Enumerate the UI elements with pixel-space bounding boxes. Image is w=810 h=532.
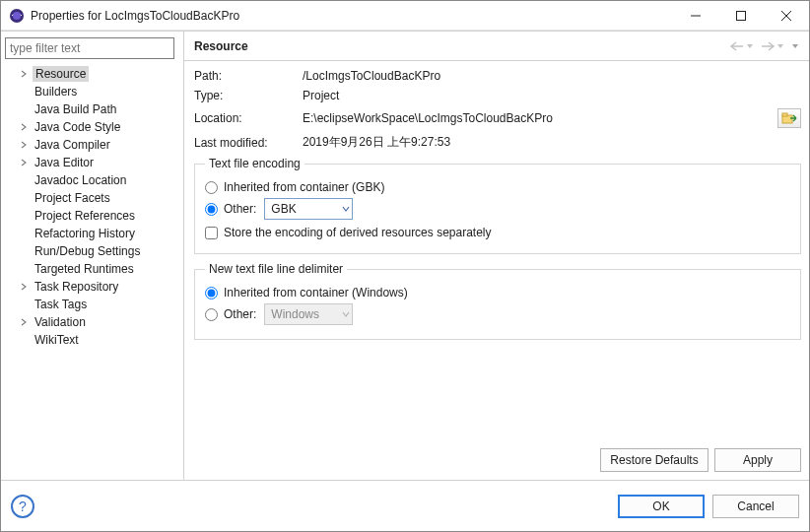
svg-point-1 — [13, 12, 21, 20]
delimiter-other-label: Other: — [224, 307, 256, 321]
tree-item-label: Task Tags — [33, 297, 89, 312]
tree-item[interactable]: Targeted Runtimes — [5, 260, 177, 278]
tree-item[interactable]: Javadoc Location — [5, 171, 177, 189]
location-value: E:\eclipseWorkSpace\LocImgsToCloudBacKPr… — [303, 111, 772, 125]
lastmod-label: Last modified: — [194, 136, 303, 150]
tree-item[interactable]: Java Code Style — [5, 118, 177, 136]
encoding-inherited-label: Inherited from container (GBK) — [224, 180, 384, 194]
chevron-down-icon — [342, 205, 350, 213]
tree-item-label: Project References — [33, 208, 137, 224]
ok-button[interactable]: OK — [618, 495, 705, 518]
path-label: Path: — [194, 69, 303, 83]
tree-item-label: Java Compiler — [33, 137, 112, 153]
encoding-combo-value: GBK — [271, 202, 296, 216]
delimiter-inherited-label: Inherited from container (Windows) — [224, 286, 408, 299]
maximize-button[interactable] — [718, 1, 764, 31]
delimiter-legend: New text file line delimiter — [205, 262, 347, 276]
sidebar: ResourceBuildersJava Build PathJava Code… — [1, 32, 184, 480]
tree-item[interactable]: WikiText — [5, 331, 177, 349]
folder-arrow-icon — [781, 112, 797, 124]
nav-menu-button[interactable] — [788, 40, 801, 52]
tree-item-label: Task Repository — [33, 279, 120, 295]
expand-icon[interactable] — [19, 140, 29, 150]
encoding-other-radio[interactable] — [205, 203, 218, 216]
tree-item[interactable]: Project References — [5, 207, 177, 225]
expand-icon[interactable] — [19, 317, 29, 327]
tree-item-label: Java Editor — [33, 155, 96, 170]
tree-item[interactable]: Resource — [5, 65, 177, 83]
encoding-inherited-radio[interactable] — [205, 181, 218, 194]
help-button[interactable]: ? — [11, 495, 34, 518]
expand-icon[interactable] — [19, 69, 29, 79]
tree-item-label: Project Facets — [33, 190, 112, 206]
type-label: Type: — [194, 89, 303, 102]
expand-icon[interactable] — [19, 282, 29, 292]
tree-item-label: Builders — [33, 84, 79, 100]
page-title: Resource — [194, 39, 248, 53]
svg-rect-3 — [737, 11, 746, 20]
nav-forward-button[interactable] — [758, 38, 786, 54]
location-label: Location: — [194, 111, 303, 125]
tree-item-label: Resource — [33, 66, 89, 82]
tree-item-label: Java Build Path — [33, 101, 118, 117]
tree-item-label: Targeted Runtimes — [33, 261, 136, 277]
encoding-legend: Text file encoding — [205, 157, 304, 170]
delimiter-combo-value: Windows — [271, 307, 319, 321]
delimiter-combo: Windows — [264, 303, 353, 325]
line-delimiter-group: New text file line delimiter Inherited f… — [194, 262, 801, 340]
text-file-encoding-group: Text file encoding Inherited from contai… — [194, 157, 801, 254]
nav-back-button[interactable] — [727, 38, 756, 54]
window-title: Properties for LocImgsToCloudBacKPro — [31, 9, 673, 23]
tree-item[interactable]: Task Tags — [5, 296, 177, 313]
page-header: Resource — [184, 32, 809, 61]
eclipse-icon — [9, 8, 25, 24]
expand-icon[interactable] — [19, 158, 29, 167]
show-in-explorer-button[interactable] — [777, 108, 801, 128]
tree-item[interactable]: Task Repository — [5, 278, 177, 296]
minimize-button[interactable] — [673, 1, 718, 31]
encoding-combo[interactable]: GBK — [264, 198, 353, 220]
main-panel: Resource Path: /LocImgsToCloudBacKPro Ty… — [184, 32, 809, 480]
nav-tree: ResourceBuildersJava Build PathJava Code… — [5, 65, 177, 474]
dialog-footer: ? OK Cancel — [1, 480, 809, 531]
restore-defaults-button[interactable]: Restore Defaults — [600, 448, 709, 472]
tree-item-label: Java Code Style — [33, 119, 122, 135]
chevron-down-icon — [342, 310, 350, 318]
tree-item-label: WikiText — [33, 332, 81, 348]
tree-item-label: Run/Debug Settings — [33, 243, 142, 259]
type-value: Project — [303, 89, 801, 102]
tree-item-label: Validation — [33, 314, 88, 330]
path-value: /LocImgsToCloudBacKPro — [303, 69, 801, 83]
question-icon: ? — [19, 499, 27, 514]
tree-item[interactable]: Java Editor — [5, 154, 177, 171]
expand-icon[interactable] — [19, 122, 29, 132]
store-derived-label: Store the encoding of derived resources … — [224, 226, 492, 239]
tree-item[interactable]: Run/Debug Settings — [5, 242, 177, 260]
tree-item[interactable]: Validation — [5, 313, 177, 331]
delimiter-other-radio[interactable] — [205, 308, 218, 321]
resource-form: Path: /LocImgsToCloudBacKPro Type: Proje… — [184, 61, 809, 448]
tree-item[interactable]: Java Build Path — [5, 100, 177, 118]
encoding-other-label: Other: — [224, 202, 256, 216]
filter-input[interactable] — [5, 37, 174, 59]
tree-item-label: Refactoring History — [33, 226, 137, 241]
svg-rect-7 — [782, 113, 787, 116]
lastmod-value: 2019年9月26日 上午9:27:53 — [303, 134, 801, 151]
store-derived-checkbox[interactable] — [205, 227, 218, 239]
tree-item-label: Javadoc Location — [33, 172, 128, 188]
title-bar: Properties for LocImgsToCloudBacKPro — [1, 1, 809, 31]
tree-item[interactable]: Project Facets — [5, 189, 177, 207]
cancel-button[interactable]: Cancel — [712, 495, 799, 518]
apply-button[interactable]: Apply — [714, 448, 801, 472]
tree-item[interactable]: Builders — [5, 83, 177, 100]
tree-item[interactable]: Refactoring History — [5, 225, 177, 242]
close-button[interactable] — [764, 1, 809, 31]
tree-item[interactable]: Java Compiler — [5, 136, 177, 154]
delimiter-inherited-radio[interactable] — [205, 287, 218, 299]
